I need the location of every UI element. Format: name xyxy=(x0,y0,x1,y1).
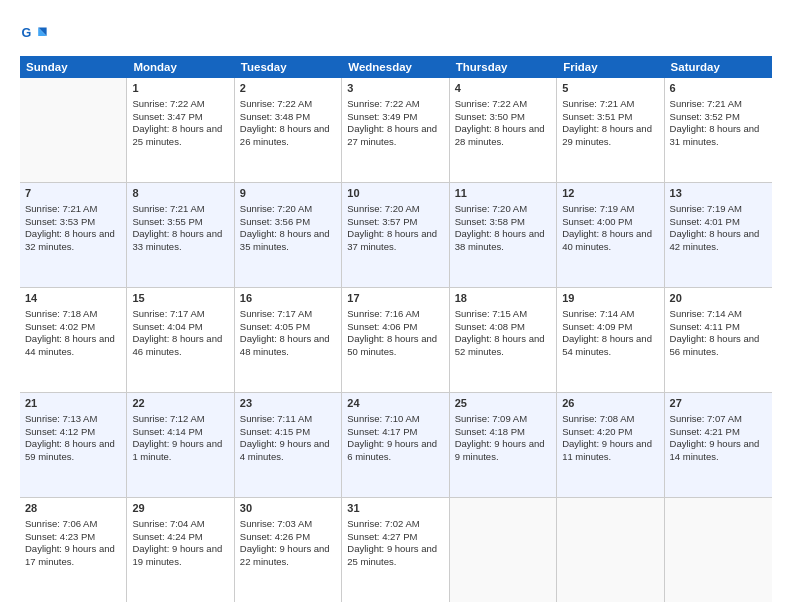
day-number: 29 xyxy=(132,501,228,516)
cal-cell-1-3: 10Sunrise: 7:20 AMSunset: 3:57 PMDayligh… xyxy=(342,183,449,287)
day-number: 9 xyxy=(240,186,336,201)
sun-info: Sunrise: 7:09 AM xyxy=(455,413,551,426)
sunset-info: Sunset: 4:12 PM xyxy=(25,426,121,439)
sun-info: Sunrise: 7:08 AM xyxy=(562,413,658,426)
sun-info: Sunrise: 7:22 AM xyxy=(240,98,336,111)
sun-info: Sunrise: 7:12 AM xyxy=(132,413,228,426)
daylight-info: Daylight: 9 hours and 6 minutes. xyxy=(347,438,443,464)
day-number: 16 xyxy=(240,291,336,306)
sunset-info: Sunset: 4:01 PM xyxy=(670,216,767,229)
sunset-info: Sunset: 4:00 PM xyxy=(562,216,658,229)
calendar-body: 1Sunrise: 7:22 AMSunset: 3:47 PMDaylight… xyxy=(20,78,772,602)
sun-info: Sunrise: 7:20 AM xyxy=(347,203,443,216)
header-friday: Friday xyxy=(557,56,664,78)
daylight-info: Daylight: 8 hours and 37 minutes. xyxy=(347,228,443,254)
cal-cell-0-0 xyxy=(20,78,127,182)
day-number: 3 xyxy=(347,81,443,96)
sun-info: Sunrise: 7:22 AM xyxy=(455,98,551,111)
day-number: 6 xyxy=(670,81,767,96)
cal-cell-2-4: 18Sunrise: 7:15 AMSunset: 4:08 PMDayligh… xyxy=(450,288,557,392)
cal-cell-4-0: 28Sunrise: 7:06 AMSunset: 4:23 PMDayligh… xyxy=(20,498,127,602)
cal-cell-3-6: 27Sunrise: 7:07 AMSunset: 4:21 PMDayligh… xyxy=(665,393,772,497)
week-row-4: 28Sunrise: 7:06 AMSunset: 4:23 PMDayligh… xyxy=(20,498,772,602)
daylight-info: Daylight: 8 hours and 28 minutes. xyxy=(455,123,551,149)
header-wednesday: Wednesday xyxy=(342,56,449,78)
header-tuesday: Tuesday xyxy=(235,56,342,78)
day-number: 1 xyxy=(132,81,228,96)
sun-info: Sunrise: 7:19 AM xyxy=(670,203,767,216)
daylight-info: Daylight: 8 hours and 27 minutes. xyxy=(347,123,443,149)
cal-cell-4-3: 31Sunrise: 7:02 AMSunset: 4:27 PMDayligh… xyxy=(342,498,449,602)
daylight-info: Daylight: 9 hours and 25 minutes. xyxy=(347,543,443,569)
daylight-info: Daylight: 8 hours and 56 minutes. xyxy=(670,333,767,359)
sun-info: Sunrise: 7:21 AM xyxy=(132,203,228,216)
sun-info: Sunrise: 7:04 AM xyxy=(132,518,228,531)
daylight-info: Daylight: 8 hours and 46 minutes. xyxy=(132,333,228,359)
day-number: 2 xyxy=(240,81,336,96)
cal-cell-0-3: 3Sunrise: 7:22 AMSunset: 3:49 PMDaylight… xyxy=(342,78,449,182)
cal-cell-0-4: 4Sunrise: 7:22 AMSunset: 3:50 PMDaylight… xyxy=(450,78,557,182)
sun-info: Sunrise: 7:19 AM xyxy=(562,203,658,216)
cal-cell-0-2: 2Sunrise: 7:22 AMSunset: 3:48 PMDaylight… xyxy=(235,78,342,182)
daylight-info: Daylight: 9 hours and 14 minutes. xyxy=(670,438,767,464)
sunset-info: Sunset: 3:57 PM xyxy=(347,216,443,229)
cal-cell-2-2: 16Sunrise: 7:17 AMSunset: 4:05 PMDayligh… xyxy=(235,288,342,392)
daylight-info: Daylight: 8 hours and 54 minutes. xyxy=(562,333,658,359)
cal-cell-4-5 xyxy=(557,498,664,602)
day-number: 17 xyxy=(347,291,443,306)
sunset-info: Sunset: 3:47 PM xyxy=(132,111,228,124)
cal-cell-2-5: 19Sunrise: 7:14 AMSunset: 4:09 PMDayligh… xyxy=(557,288,664,392)
daylight-info: Daylight: 8 hours and 52 minutes. xyxy=(455,333,551,359)
header-saturday: Saturday xyxy=(665,56,772,78)
sunset-info: Sunset: 4:11 PM xyxy=(670,321,767,334)
cal-cell-2-3: 17Sunrise: 7:16 AMSunset: 4:06 PMDayligh… xyxy=(342,288,449,392)
cal-cell-4-4 xyxy=(450,498,557,602)
cal-cell-4-6 xyxy=(665,498,772,602)
sun-info: Sunrise: 7:14 AM xyxy=(562,308,658,321)
sunset-info: Sunset: 3:52 PM xyxy=(670,111,767,124)
daylight-info: Daylight: 8 hours and 35 minutes. xyxy=(240,228,336,254)
day-number: 28 xyxy=(25,501,121,516)
sunset-info: Sunset: 4:24 PM xyxy=(132,531,228,544)
daylight-info: Daylight: 9 hours and 9 minutes. xyxy=(455,438,551,464)
sun-info: Sunrise: 7:07 AM xyxy=(670,413,767,426)
sunset-info: Sunset: 4:23 PM xyxy=(25,531,121,544)
sun-info: Sunrise: 7:22 AM xyxy=(347,98,443,111)
cal-cell-1-0: 7Sunrise: 7:21 AMSunset: 3:53 PMDaylight… xyxy=(20,183,127,287)
sunset-info: Sunset: 4:15 PM xyxy=(240,426,336,439)
day-number: 8 xyxy=(132,186,228,201)
day-number: 25 xyxy=(455,396,551,411)
calendar-header: SundayMondayTuesdayWednesdayThursdayFrid… xyxy=(20,56,772,78)
cal-cell-4-1: 29Sunrise: 7:04 AMSunset: 4:24 PMDayligh… xyxy=(127,498,234,602)
daylight-info: Daylight: 9 hours and 22 minutes. xyxy=(240,543,336,569)
day-number: 7 xyxy=(25,186,121,201)
day-number: 13 xyxy=(670,186,767,201)
day-number: 26 xyxy=(562,396,658,411)
week-row-1: 7Sunrise: 7:21 AMSunset: 3:53 PMDaylight… xyxy=(20,183,772,288)
page-header: G xyxy=(20,18,772,50)
cal-cell-1-2: 9Sunrise: 7:20 AMSunset: 3:56 PMDaylight… xyxy=(235,183,342,287)
day-number: 10 xyxy=(347,186,443,201)
sun-info: Sunrise: 7:03 AM xyxy=(240,518,336,531)
cal-cell-2-6: 20Sunrise: 7:14 AMSunset: 4:11 PMDayligh… xyxy=(665,288,772,392)
cal-cell-1-1: 8Sunrise: 7:21 AMSunset: 3:55 PMDaylight… xyxy=(127,183,234,287)
daylight-info: Daylight: 9 hours and 19 minutes. xyxy=(132,543,228,569)
daylight-info: Daylight: 8 hours and 38 minutes. xyxy=(455,228,551,254)
daylight-info: Daylight: 8 hours and 48 minutes. xyxy=(240,333,336,359)
sun-info: Sunrise: 7:14 AM xyxy=(670,308,767,321)
header-sunday: Sunday xyxy=(20,56,127,78)
cal-cell-0-5: 5Sunrise: 7:21 AMSunset: 3:51 PMDaylight… xyxy=(557,78,664,182)
day-number: 31 xyxy=(347,501,443,516)
sun-info: Sunrise: 7:21 AM xyxy=(562,98,658,111)
cal-cell-3-3: 24Sunrise: 7:10 AMSunset: 4:17 PMDayligh… xyxy=(342,393,449,497)
daylight-info: Daylight: 8 hours and 31 minutes. xyxy=(670,123,767,149)
sun-info: Sunrise: 7:11 AM xyxy=(240,413,336,426)
svg-text:G: G xyxy=(21,26,31,40)
daylight-info: Daylight: 8 hours and 44 minutes. xyxy=(25,333,121,359)
daylight-info: Daylight: 8 hours and 26 minutes. xyxy=(240,123,336,149)
cal-cell-2-0: 14Sunrise: 7:18 AMSunset: 4:02 PMDayligh… xyxy=(20,288,127,392)
sunset-info: Sunset: 3:56 PM xyxy=(240,216,336,229)
sun-info: Sunrise: 7:17 AM xyxy=(240,308,336,321)
daylight-info: Daylight: 8 hours and 59 minutes. xyxy=(25,438,121,464)
header-monday: Monday xyxy=(127,56,234,78)
